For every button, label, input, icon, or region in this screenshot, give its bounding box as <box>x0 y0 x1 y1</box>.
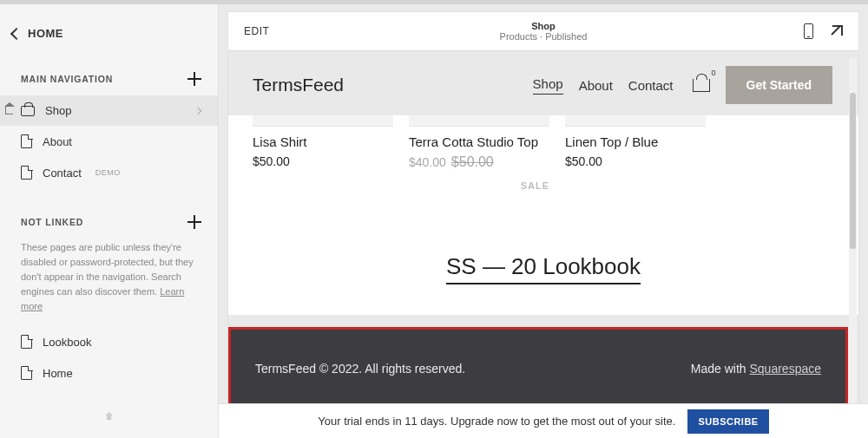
page-icon <box>21 335 32 349</box>
product-price: $50.00 <box>565 154 706 168</box>
product-old-price: $50.00 <box>451 154 494 169</box>
page-icon <box>21 166 32 180</box>
footer-prefix: Made with <box>691 362 750 376</box>
product-card[interactable]: Terra Cotta Studio Top $40.00$50.00 SALE <box>409 115 549 191</box>
product-card[interactable]: Lisa Shirt $50.00 <box>253 115 393 191</box>
product-card[interactable]: Linen Top / Blue $50.00 <box>565 115 706 191</box>
product-price: $50.00 <box>253 154 393 168</box>
demo-tag: DEMO <box>95 168 121 177</box>
product-name: Lisa Shirt <box>253 134 393 149</box>
mobile-preview-icon[interactable] <box>804 23 813 39</box>
home-label: HOME <box>28 27 63 40</box>
site-body: Lisa Shirt $50.00 Terra Cotta Studio Top… <box>228 115 858 315</box>
edit-button[interactable]: EDIT <box>244 25 269 37</box>
product-image <box>253 115 393 126</box>
scrollbar[interactable] <box>849 58 857 407</box>
site-header: TermsFeed Shop About Contact 0 Get Start… <box>228 55 858 115</box>
product-grid: Lisa Shirt $50.00 Terra Cotta Studio Top… <box>253 115 834 191</box>
sidebar-item-label: About <box>43 135 72 148</box>
sidebar-item-label: Contact <box>43 167 82 180</box>
product-name: Terra Cotta Studio Top <box>409 134 549 149</box>
lookbook-text: SS — 20 Lookbook <box>446 253 641 284</box>
nav-contact[interactable]: Contact <box>628 78 674 93</box>
sale-badge: SALE <box>521 180 549 191</box>
editbar-title: Shop <box>500 21 588 31</box>
not-linked-description: These pages are public unless they're di… <box>0 239 218 326</box>
product-image <box>565 115 706 126</box>
product-name: Linen Top / Blue <box>565 134 706 149</box>
sidebar: HOME MAIN NAVIGATION Shop About Contact … <box>0 4 219 438</box>
site-preview-frame: TermsFeed Shop About Contact 0 Get Start… <box>227 55 859 410</box>
main-nav-header: MAIN NAVIGATION <box>0 56 218 95</box>
trash-icon[interactable]: 🗑 <box>0 389 218 421</box>
product-image <box>409 115 549 126</box>
nav-about[interactable]: About <box>579 78 613 93</box>
add-main-nav-button[interactable] <box>187 71 202 87</box>
cart-icon <box>21 106 35 116</box>
site-brand[interactable]: TermsFeed <box>253 75 344 95</box>
page-icon <box>21 134 32 148</box>
nav-shop[interactable]: Shop <box>533 76 563 95</box>
site-footer: TermsFeed © 2022. All rights reserved. M… <box>228 327 848 410</box>
sidebar-item-contact[interactable]: Contact DEMO <box>0 157 218 188</box>
sidebar-item-label: Home <box>43 367 73 380</box>
editbar-title-block: Shop Products · Published <box>500 21 588 42</box>
product-price: $40.00 <box>409 155 446 169</box>
sidebar-item-shop[interactable]: Shop <box>0 95 218 126</box>
home-indicator-icon <box>5 107 13 114</box>
chevron-left-icon <box>10 27 23 39</box>
add-not-linked-button[interactable] <box>187 214 202 230</box>
page-icon <box>21 366 32 380</box>
edit-bar: EDIT Shop Products · Published <box>227 11 859 51</box>
sidebar-item-label: Lookbook <box>43 336 91 349</box>
get-started-button[interactable]: Get Started <box>726 66 832 104</box>
lookbook-heading[interactable]: SS — 20 Lookbook <box>253 253 834 280</box>
open-external-icon[interactable] <box>831 25 843 37</box>
footer-copyright: TermsFeed © 2022. All rights reserved. <box>255 362 465 376</box>
scrollbar-thumb[interactable] <box>850 93 856 249</box>
cart-icon[interactable]: 0 <box>693 79 710 92</box>
sidebar-item-home[interactable]: Home <box>0 357 218 389</box>
footer-madewith: Made with Squarespace <box>691 362 821 376</box>
not-linked-label: NOT LINKED <box>21 217 83 227</box>
cart-count: 0 <box>712 69 716 77</box>
sidebar-item-about[interactable]: About <box>0 126 218 157</box>
trial-text: Your trial ends in 11 days. Upgrade now … <box>318 415 675 428</box>
sidebar-item-label: Shop <box>45 104 71 117</box>
trial-bar: Your trial ends in 11 days. Upgrade now … <box>219 403 868 438</box>
main-nav-label: MAIN NAVIGATION <box>21 74 113 84</box>
editbar-subtitle: Products · Published <box>500 31 588 42</box>
back-home-button[interactable]: HOME <box>0 11 218 56</box>
subscribe-button[interactable]: SUBSCRIBE <box>687 409 768 434</box>
sidebar-item-lookbook[interactable]: Lookbook <box>0 326 218 357</box>
preview-area: EDIT Shop Products · Published TermsFeed… <box>219 4 868 438</box>
chevron-right-icon <box>194 107 201 114</box>
footer-squarespace-link[interactable]: Squarespace <box>749 362 821 376</box>
site-nav: Shop About Contact 0 Get Started <box>533 66 832 104</box>
not-linked-header: NOT LINKED <box>0 188 218 239</box>
